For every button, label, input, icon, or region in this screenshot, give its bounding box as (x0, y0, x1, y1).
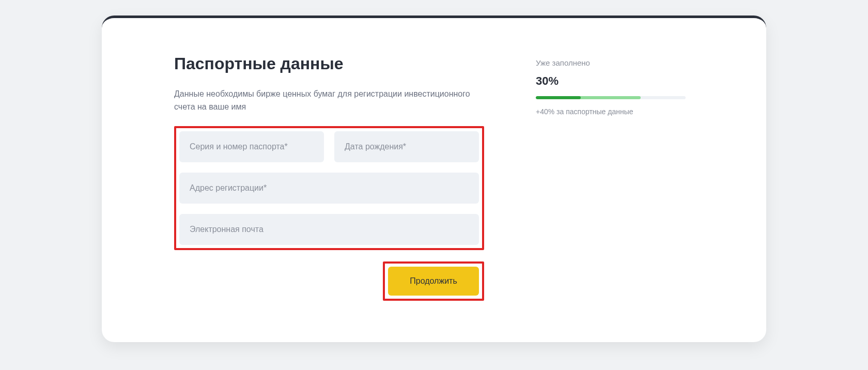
continue-button[interactable]: Продолжить (388, 267, 479, 296)
row-address (179, 173, 479, 204)
fields-highlight-box (174, 126, 484, 250)
row-email (179, 214, 479, 245)
progress-bar (536, 96, 686, 99)
progress-hint: +40% за паспортные данные (536, 107, 715, 116)
form-area: Паспортные данные Данные необходимы бирж… (174, 54, 484, 301)
progress-label: Уже заполнено (536, 58, 715, 67)
button-highlight-box: Продолжить (383, 261, 484, 301)
address-input[interactable] (179, 173, 479, 204)
progress-percent: 30% (536, 74, 715, 88)
form-card: Паспортные данные Данные необходимы бирж… (102, 16, 766, 342)
birthdate-input[interactable] (334, 131, 479, 162)
email-input[interactable] (179, 214, 479, 245)
progress-area: Уже заполнено 30% +40% за паспортные дан… (536, 54, 715, 301)
row-passport-birthdate (179, 131, 479, 162)
button-row: Продолжить (174, 261, 484, 301)
progress-fill-done (536, 96, 581, 99)
passport-input[interactable] (179, 131, 324, 162)
form-subheading: Данные необходимы бирже ценных бумаг для… (174, 88, 484, 114)
form-heading: Паспортные данные (174, 54, 484, 73)
